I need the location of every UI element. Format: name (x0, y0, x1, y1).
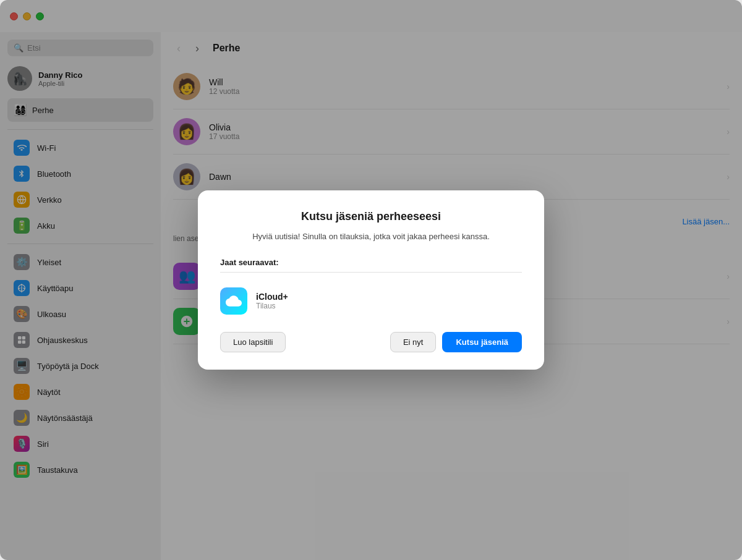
service-name: iCloud+ (256, 292, 288, 302)
service-info: iCloud+ Tilaus (256, 292, 288, 310)
icloud-icon (220, 287, 247, 315)
modal-subtitle: Hyviä uutisia! Sinulla on tilauksia, jot… (220, 231, 522, 243)
main-window: 🔍 Etsi 🦍 Danny Rico Apple-tili 👨‍👩‍👧‍👦 P… (0, 0, 742, 560)
modal-right-buttons: Ei nyt Kutsu jäseniä (390, 332, 522, 352)
modal-dialog: Kutsu jäseniä perheeseesi Hyviä uutisia!… (198, 190, 544, 370)
modal-actions: Luo lapsitili Ei nyt Kutsu jäseniä (220, 332, 522, 352)
modal-service-row: iCloud+ Tilaus (220, 282, 522, 320)
service-sub: Tilaus (256, 302, 288, 310)
modal-divider (220, 272, 522, 273)
create-child-account-button[interactable]: Luo lapsitili (220, 332, 286, 352)
invite-members-button[interactable]: Kutsu jäseniä (442, 332, 522, 352)
not-now-button[interactable]: Ei nyt (390, 332, 437, 352)
modal-section-label: Jaat seuraavat: (220, 258, 522, 267)
modal-title: Kutsu jäseniä perheeseesi (220, 210, 522, 223)
modal-overlay: Kutsu jäseniä perheeseesi Hyviä uutisia!… (0, 0, 742, 560)
